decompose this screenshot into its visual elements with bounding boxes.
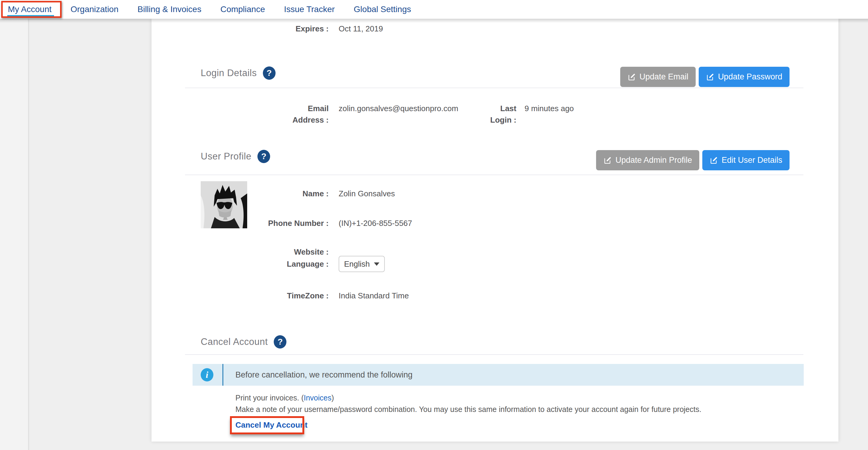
expires-value: Oct 11, 2019 [339, 23, 383, 34]
user-profile-header: User Profile ? [201, 150, 270, 163]
edit-icon [627, 73, 636, 81]
language-row: Language : English [152, 256, 385, 272]
note-line: Make a note of your username/password co… [236, 405, 702, 414]
cancellation-info-banner: i Before cancellation, we recommend the … [192, 364, 804, 386]
last-login-label: Last Login : [484, 103, 517, 126]
invoices-link[interactable]: Invoices [304, 393, 331, 402]
login-details-buttons: Update Email Update Password [620, 67, 789, 87]
edit-icon [706, 73, 714, 81]
update-admin-profile-label: Update Admin Profile [615, 155, 692, 165]
tab-global-settings[interactable]: Global Settings [354, 0, 411, 19]
cancel-account-header: Cancel Account ? [201, 335, 286, 349]
edit-icon [710, 156, 718, 164]
invoices-line-prefix: Print your invoices. ( [236, 393, 304, 402]
name-value: Zolin Gonsalves [339, 188, 395, 199]
login-details-help-icon[interactable]: ? [263, 66, 276, 80]
login-details-header: Login Details ? [201, 66, 276, 80]
last-login-value: 9 minutes ago [525, 103, 574, 126]
email-label: Email Address : [152, 103, 329, 126]
language-select[interactable]: English [339, 256, 385, 272]
tab-my-account[interactable]: My Account [8, 0, 52, 19]
tab-organization[interactable]: Organization [71, 0, 119, 19]
update-email-button[interactable]: Update Email [620, 67, 696, 87]
expires-label: Expires : [152, 23, 329, 34]
update-admin-profile-button[interactable]: Update Admin Profile [596, 150, 699, 170]
settings-content-card: Expires : Oct 11, 2019 Login Details ? U… [152, 19, 838, 442]
email-row: Email Address : zolin.gonsalves@question… [152, 103, 574, 126]
expires-row: Expires : Oct 11, 2019 [152, 23, 383, 34]
phone-value: (IN)+1-206-855-5567 [339, 217, 412, 229]
update-password-button[interactable]: Update Password [699, 67, 789, 87]
cancel-my-account-link[interactable]: Cancel My Account [236, 420, 308, 430]
user-profile-help-icon[interactable]: ? [257, 150, 270, 163]
language-select-value: English [344, 258, 370, 270]
edit-user-details-button[interactable]: Edit User Details [702, 150, 789, 170]
phone-label: Phone Number : [152, 217, 329, 229]
email-value: zolin.gonsalves@questionpro.com [339, 103, 484, 126]
section-divider [185, 88, 803, 88]
cancel-account-title: Cancel Account [201, 336, 268, 347]
cancel-account-help-icon[interactable]: ? [274, 335, 286, 349]
tab-billing-invoices[interactable]: Billing & Invoices [137, 0, 202, 19]
user-profile-title: User Profile [201, 151, 251, 162]
edit-icon [603, 156, 612, 164]
user-profile-buttons: Update Admin Profile Edit User Details [596, 150, 789, 170]
timezone-value: India Standard Time [339, 290, 409, 301]
timezone-label: TimeZone : [152, 290, 329, 301]
info-icon: i [201, 368, 213, 382]
tab-issue-tracker[interactable]: Issue Tracker [284, 0, 335, 19]
section-divider [185, 354, 803, 355]
tab-compliance[interactable]: Compliance [220, 0, 265, 19]
edit-user-details-label: Edit User Details [722, 155, 782, 165]
invoices-line: Print your invoices. (Invoices) [236, 393, 334, 402]
timezone-row: TimeZone : India Standard Time [152, 290, 409, 301]
phone-row: Phone Number : (IN)+1-206-855-5567 [152, 217, 412, 229]
top-navigation: My Account Organization Billing & Invoic… [0, 0, 868, 19]
login-details-title: Login Details [201, 68, 257, 79]
name-row: Name : Zolin Gonsalves [152, 188, 395, 199]
update-password-label: Update Password [718, 72, 782, 82]
left-gutter-seam [28, 19, 30, 450]
left-gutter [0, 19, 29, 450]
chevron-down-icon [374, 263, 379, 266]
name-label: Name : [152, 188, 329, 199]
nav-drop-shadow [0, 19, 868, 23]
update-email-label: Update Email [640, 72, 688, 82]
banner-divider [222, 364, 223, 386]
banner-text: Before cancellation, we recommend the fo… [236, 370, 412, 380]
section-divider [185, 175, 803, 175]
invoices-line-suffix: ) [331, 393, 334, 402]
language-label: Language : [152, 258, 329, 270]
